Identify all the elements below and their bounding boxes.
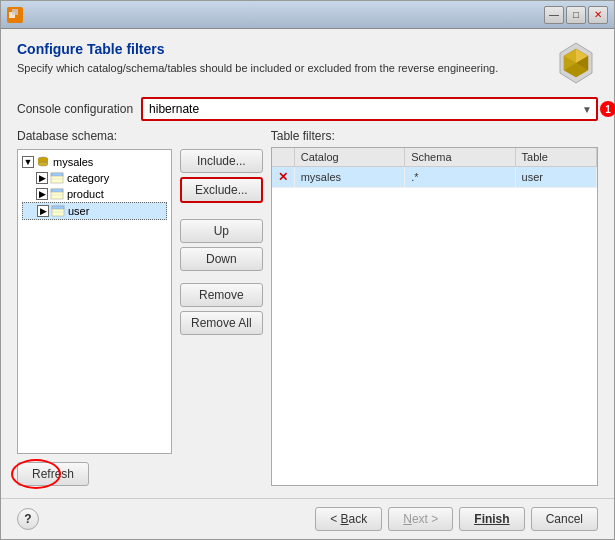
console-config-label: Console configuration bbox=[17, 102, 133, 116]
table-row[interactable]: ✕ mysales .* user bbox=[272, 167, 597, 188]
right-panel: Table filters: Catalog Schema Table bbox=[271, 129, 598, 486]
tree-label-category: category bbox=[67, 172, 109, 184]
next-label: Next > bbox=[403, 512, 438, 526]
back-label: < Back bbox=[330, 512, 367, 526]
table-icon-category bbox=[50, 171, 64, 185]
table-filters-label: Table filters: bbox=[271, 129, 598, 143]
main-area: Database schema: ▼ my bbox=[17, 129, 598, 486]
row-schema: .* bbox=[405, 167, 515, 188]
svg-rect-19 bbox=[52, 206, 64, 209]
remove-button[interactable]: Remove bbox=[180, 283, 263, 307]
footer-buttons: < Back Next > Finish Cancel bbox=[315, 507, 598, 531]
close-button[interactable]: ✕ bbox=[588, 6, 608, 24]
console-config-select-wrapper: hibernate ▼ bbox=[141, 97, 598, 121]
table-icon-user bbox=[51, 204, 65, 218]
tree-toggle-user[interactable]: ▶ bbox=[37, 205, 49, 217]
tree-label-product: product bbox=[67, 188, 104, 200]
include-button[interactable]: Include... bbox=[180, 149, 263, 173]
tree-toggle-category[interactable]: ▶ bbox=[36, 172, 48, 184]
header-text: Configure Table filters Specify which ca… bbox=[17, 41, 546, 76]
title-bar-controls: — □ ✕ bbox=[544, 6, 608, 24]
tree-item-mysales[interactable]: ▼ mysales bbox=[22, 154, 167, 170]
finish-button[interactable]: Finish bbox=[459, 507, 524, 531]
page-title: Configure Table filters bbox=[17, 41, 546, 57]
db-icon-mysales bbox=[36, 155, 50, 169]
col-header-schema: Schema bbox=[405, 148, 515, 167]
maximize-button[interactable]: □ bbox=[566, 6, 586, 24]
tree-item-product[interactable]: ▶ product bbox=[22, 186, 167, 202]
app-icon bbox=[7, 7, 23, 23]
down-button[interactable]: Down bbox=[180, 247, 263, 271]
footer: ? < Back Next > Finish Cancel bbox=[1, 498, 614, 539]
db-schema-label: Database schema: bbox=[17, 129, 172, 143]
svg-rect-1 bbox=[12, 9, 18, 15]
finish-label: Finish bbox=[474, 512, 509, 526]
title-bar-left bbox=[7, 7, 23, 23]
main-window: — □ ✕ Configure Table filters Specify wh… bbox=[0, 0, 615, 540]
svg-rect-13 bbox=[51, 173, 63, 176]
col-header-type bbox=[272, 148, 295, 167]
console-config-select[interactable]: hibernate bbox=[143, 99, 596, 119]
row-type: ✕ bbox=[272, 167, 295, 188]
filters-table[interactable]: Catalog Schema Table ✕ mysales .* user bbox=[271, 147, 598, 486]
exclude-button[interactable]: Exclude... bbox=[180, 177, 263, 203]
row-catalog: mysales bbox=[294, 167, 404, 188]
row-table: user bbox=[515, 167, 596, 188]
tree-label-mysales: mysales bbox=[53, 156, 93, 168]
tree-item-category[interactable]: ▶ category bbox=[22, 170, 167, 186]
help-button[interactable]: ? bbox=[17, 508, 39, 530]
database-tree[interactable]: ▼ mysales ▶ bbox=[17, 149, 172, 454]
refresh-row: Refresh bbox=[17, 462, 172, 486]
next-button[interactable]: Next > bbox=[388, 507, 453, 531]
back-button[interactable]: < Back bbox=[315, 507, 382, 531]
tree-toggle-mysales[interactable]: ▼ bbox=[22, 156, 34, 168]
left-panel: Database schema: ▼ my bbox=[17, 129, 172, 486]
cancel-button[interactable]: Cancel bbox=[531, 507, 598, 531]
console-config-row: Console configuration hibernate ▼ 1 bbox=[17, 97, 598, 121]
svg-point-11 bbox=[38, 162, 48, 166]
col-header-table: Table bbox=[515, 148, 596, 167]
remove-all-button[interactable]: Remove All bbox=[180, 311, 263, 335]
col-header-catalog: Catalog bbox=[294, 148, 404, 167]
header: Configure Table filters Specify which ca… bbox=[17, 41, 598, 85]
minimize-button[interactable]: — bbox=[544, 6, 564, 24]
header-description: Specify which catalog/schema/tables shou… bbox=[17, 61, 546, 76]
svg-rect-16 bbox=[51, 189, 63, 192]
table-icon-product bbox=[50, 187, 64, 201]
badge-1: 1 bbox=[600, 101, 615, 117]
refresh-button[interactable]: Refresh bbox=[17, 462, 89, 486]
middle-buttons: Include... Exclude... Up Down Remove Rem… bbox=[180, 129, 263, 486]
tree-toggle-product[interactable]: ▶ bbox=[36, 188, 48, 200]
footer-left: ? bbox=[17, 508, 39, 530]
content-area: Configure Table filters Specify which ca… bbox=[1, 29, 614, 498]
title-bar: — □ ✕ bbox=[1, 1, 614, 29]
tree-item-user[interactable]: 3 ▶ user bbox=[22, 202, 167, 220]
app-logo bbox=[554, 41, 598, 85]
tree-label-user: user bbox=[68, 205, 89, 217]
up-button[interactable]: Up bbox=[180, 219, 263, 243]
